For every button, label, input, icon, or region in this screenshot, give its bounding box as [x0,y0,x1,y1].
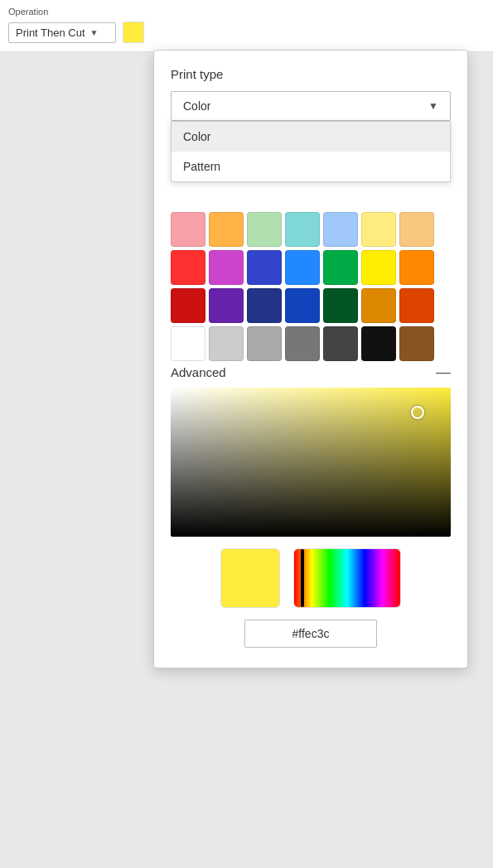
hex-input[interactable] [244,620,377,648]
color-cell[interactable] [399,250,434,285]
menu-item-color[interactable]: Color [172,122,450,152]
operation-color-swatch[interactable] [123,22,144,43]
color-cell[interactable] [323,288,358,323]
menu-item-pattern[interactable]: Pattern [172,152,450,181]
color-cell[interactable] [171,288,205,323]
print-type-label: Print type [171,67,451,81]
advanced-header: Advanced — [171,364,451,379]
color-cell[interactable] [285,288,320,323]
advanced-title: Advanced [171,365,226,379]
hue-slider-indicator [301,549,304,607]
color-cell[interactable] [285,326,320,361]
page-background: Operation Print Then Cut ▼ Print type Co… [0,0,493,868]
color-cell[interactable] [323,212,358,247]
color-cell[interactable] [399,212,434,247]
color-row-1 [171,212,451,247]
gradient-bg [171,388,451,537]
operation-select-value: Print Then Cut [16,27,85,39]
color-grid-section [171,212,451,361]
bottom-swatches [171,548,451,608]
color-row-4 [171,326,451,361]
color-picker-panel: Print type Color ▼ Color Pattern [153,50,468,668]
operation-select[interactable]: Print Then Cut ▼ [8,22,116,43]
operation-select-arrow: ▼ [90,28,99,37]
color-cell[interactable] [209,326,244,361]
color-cell[interactable] [361,288,396,323]
color-cell[interactable] [171,326,205,361]
color-cell[interactable] [209,212,244,247]
color-cell[interactable] [247,212,282,247]
gradient-dark-layer [171,388,451,537]
print-type-select-button[interactable]: Color ▼ [171,91,451,121]
selected-color-swatch[interactable] [220,548,280,608]
hue-slider-gradient [294,549,400,607]
color-cell[interactable] [323,326,358,361]
print-type-dropdown-arrow: ▼ [428,100,438,112]
color-cell[interactable] [247,288,282,323]
advanced-collapse-button[interactable]: — [436,364,451,379]
color-cell[interactable] [361,326,396,361]
operation-bar: Operation Print Then Cut ▼ [0,0,493,52]
print-type-select-value: Color [183,99,210,113]
operation-row: Print Then Cut ▼ [8,22,485,43]
color-cell[interactable] [361,250,396,285]
hue-slider-container[interactable] [293,548,401,608]
print-type-menu: Color Pattern [171,121,451,182]
color-cell[interactable] [247,250,282,285]
color-row-2 [171,250,451,285]
hex-input-row [171,620,451,648]
color-row-3 [171,288,451,323]
operation-label: Operation [8,7,485,17]
color-picker-canvas[interactable] [171,388,451,537]
picker-circle[interactable] [411,406,424,419]
color-cell[interactable] [323,250,358,285]
color-cell[interactable] [171,250,205,285]
color-cell[interactable] [399,288,434,323]
color-cell[interactable] [171,212,205,247]
color-cell[interactable] [247,326,282,361]
color-cell[interactable] [285,250,320,285]
color-cell[interactable] [209,288,244,323]
color-cell[interactable] [285,212,320,247]
color-cell[interactable] [361,212,396,247]
print-type-dropdown-wrapper: Color ▼ Color Pattern [171,91,451,121]
advanced-section: Advanced — [171,364,451,648]
color-cell[interactable] [209,250,244,285]
color-cell[interactable] [399,326,434,361]
